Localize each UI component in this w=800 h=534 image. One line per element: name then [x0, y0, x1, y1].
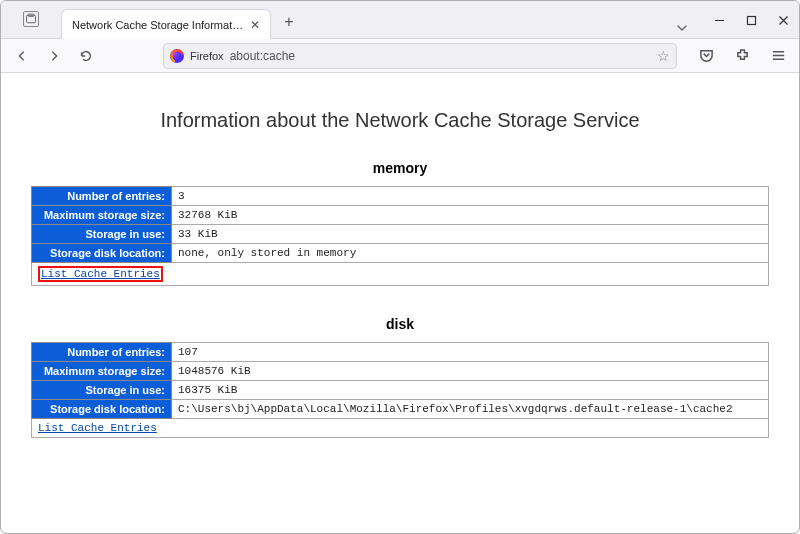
list-cache-entries-link[interactable]: List Cache Entries: [41, 268, 160, 280]
app-window-icon: [23, 11, 39, 27]
cache-section: disk Number of entries: 107 Maximum stor…: [31, 316, 769, 438]
list-entries-cell: List Cache Entries: [32, 419, 769, 438]
page-content: Information about the Network Cache Stor…: [1, 73, 799, 534]
list-cache-entries-link[interactable]: List Cache Entries: [38, 422, 157, 434]
list-entries-cell: List Cache Entries: [32, 263, 769, 286]
nav-forward-button[interactable]: [39, 41, 69, 71]
row-label-disk-location: Storage disk location:: [32, 400, 172, 419]
url-bar[interactable]: Firefox about:cache ☆: [163, 43, 677, 69]
row-value-disk-location: C:\Users\bj\AppData\Local\Mozilla\Firefo…: [172, 400, 769, 419]
row-value-num-entries: 107: [172, 343, 769, 362]
row-value-num-entries: 3: [172, 187, 769, 206]
nav-back-button[interactable]: [7, 41, 37, 71]
cache-table: Number of entries: 3 Maximum storage siz…: [31, 186, 769, 286]
app-menu-button[interactable]: [763, 41, 793, 71]
row-value-disk-location: none, only stored in memory: [172, 244, 769, 263]
save-to-pocket-button[interactable]: [691, 41, 721, 71]
row-label-disk-location: Storage disk location:: [32, 244, 172, 263]
row-label-num-entries: Number of entries:: [32, 187, 172, 206]
row-label-num-entries: Number of entries:: [32, 343, 172, 362]
svg-rect-3: [747, 16, 755, 24]
section-heading: disk: [31, 316, 769, 332]
row-value-max-size: 32768 KiB: [172, 206, 769, 225]
row-value-in-use: 33 KiB: [172, 225, 769, 244]
tabbar-leading: [1, 0, 61, 38]
bookmark-star-icon[interactable]: ☆: [657, 48, 670, 64]
tabs-dropdown-button[interactable]: [669, 22, 695, 34]
nav-reload-button[interactable]: [71, 41, 101, 71]
browser-toolbar: Firefox about:cache ☆: [1, 39, 799, 73]
row-label-in-use: Storage in use:: [32, 381, 172, 400]
site-identity-label: Firefox: [190, 50, 224, 62]
window-minimize-button[interactable]: [703, 6, 735, 34]
row-label-max-size: Maximum storage size:: [32, 206, 172, 225]
firefox-logo-icon: [170, 49, 184, 63]
browser-tab-active[interactable]: Network Cache Storage Information ✕: [61, 9, 271, 39]
new-tab-button[interactable]: +: [275, 8, 303, 36]
row-label-max-size: Maximum storage size:: [32, 362, 172, 381]
extensions-button[interactable]: [727, 41, 757, 71]
tab-title: Network Cache Storage Information: [72, 19, 244, 31]
window-close-button[interactable]: [767, 6, 799, 34]
row-value-max-size: 1048576 KiB: [172, 362, 769, 381]
close-tab-icon[interactable]: ✕: [250, 18, 260, 32]
window-maximize-button[interactable]: [735, 6, 767, 34]
row-value-in-use: 16375 KiB: [172, 381, 769, 400]
window-titlebar: Network Cache Storage Information ✕ +: [1, 1, 799, 39]
row-label-in-use: Storage in use:: [32, 225, 172, 244]
cache-section: memory Number of entries: 3 Maximum stor…: [31, 160, 769, 286]
section-heading: memory: [31, 160, 769, 176]
window-controls: [703, 6, 799, 34]
cache-table: Number of entries: 107 Maximum storage s…: [31, 342, 769, 438]
page-title: Information about the Network Cache Stor…: [31, 109, 769, 132]
url-text: about:cache: [230, 49, 651, 63]
